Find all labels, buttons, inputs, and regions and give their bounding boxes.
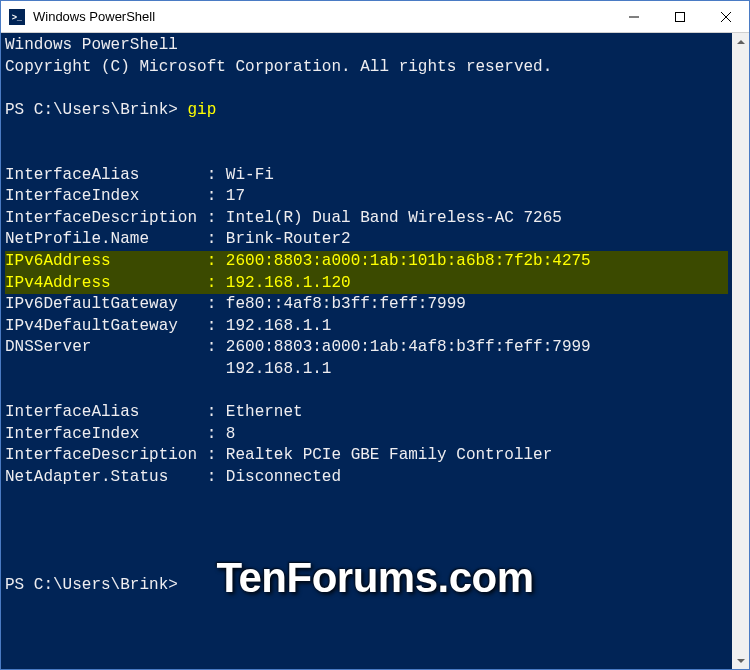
- window-title: Windows PowerShell: [33, 9, 611, 24]
- scroll-track[interactable]: [732, 50, 749, 652]
- output-interfacedescription: InterfaceDescription : Intel(R) Dual Ban…: [5, 208, 728, 230]
- close-button[interactable]: [703, 1, 749, 32]
- powershell-window: >_ Windows PowerShell Windows PowerShell…: [0, 0, 750, 670]
- output-dnsserver-2: 192.168.1.1: [5, 359, 728, 381]
- output-interfacedescription-2: InterfaceDescription : Realtek PCIe GBE …: [5, 445, 728, 467]
- window-controls: [611, 1, 749, 32]
- titlebar[interactable]: >_ Windows PowerShell: [1, 1, 749, 33]
- output-netadapterstatus: NetAdapter.Status : Disconnected: [5, 467, 728, 489]
- scroll-down-button[interactable]: [732, 652, 749, 669]
- output-ipv4address: IPv4Address : 192.168.1.120: [5, 273, 728, 295]
- output-interfaceindex-2: InterfaceIndex : 8: [5, 424, 728, 446]
- output-ipv6address: IPv6Address : 2600:8803:a000:1ab:101b:a6…: [5, 251, 728, 273]
- output-interfaceindex: InterfaceIndex : 17: [5, 186, 728, 208]
- output-ipv4gateway: IPv4DefaultGateway : 192.168.1.1: [5, 316, 728, 338]
- prompt: PS C:\Users\Brink>: [5, 576, 178, 594]
- svg-rect-1: [676, 12, 685, 21]
- terminal-output[interactable]: Windows PowerShellCopyright (C) Microsof…: [1, 33, 732, 669]
- prompt: PS C:\Users\Brink>: [5, 101, 187, 119]
- output-interfacealias-2: InterfaceAlias : Ethernet: [5, 402, 728, 424]
- svg-marker-4: [737, 40, 745, 44]
- output-netprofilename: NetProfile.Name : Brink-Router2: [5, 229, 728, 251]
- output-ipv6gateway: IPv6DefaultGateway : fe80::4af8:b3ff:fef…: [5, 294, 728, 316]
- svg-marker-5: [737, 659, 745, 663]
- powershell-icon: >_: [9, 9, 25, 25]
- command-text: gip: [187, 101, 216, 119]
- scrollbar[interactable]: [732, 33, 749, 669]
- header-line: Windows PowerShell: [5, 35, 728, 57]
- terminal-area: Windows PowerShellCopyright (C) Microsof…: [1, 33, 749, 669]
- minimize-button[interactable]: [611, 1, 657, 32]
- maximize-button[interactable]: [657, 1, 703, 32]
- scroll-up-button[interactable]: [732, 33, 749, 50]
- output-interfacealias: InterfaceAlias : Wi-Fi: [5, 165, 728, 187]
- copyright-line: Copyright (C) Microsoft Corporation. All…: [5, 57, 728, 79]
- output-dnsserver: DNSServer : 2600:8803:a000:1ab:4af8:b3ff…: [5, 337, 728, 359]
